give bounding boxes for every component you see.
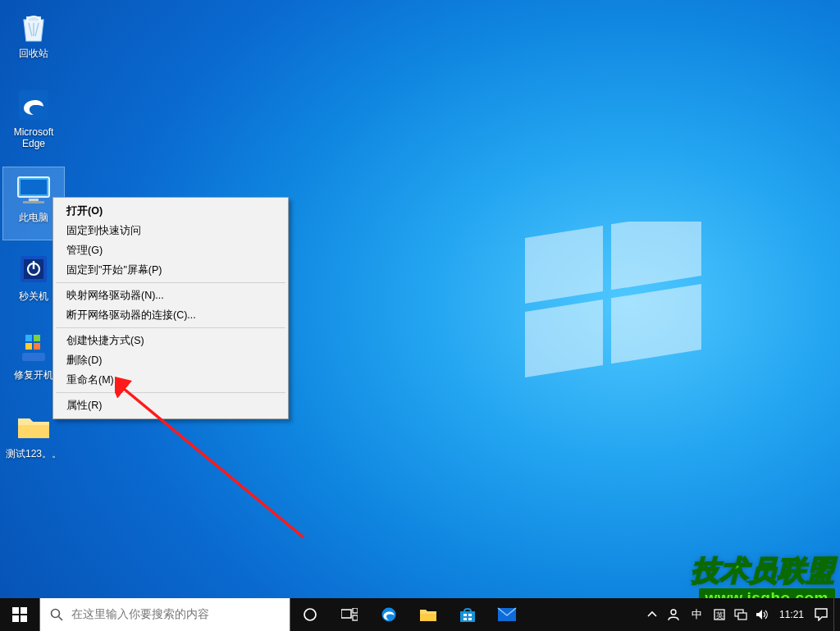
taskbar-search[interactable]: 在这里输入你要搜索的内容: [39, 598, 290, 631]
svg-rect-1: [611, 222, 701, 290]
svg-rect-29: [353, 615, 358, 620]
svg-rect-34: [468, 614, 472, 616]
svg-line-25: [59, 617, 63, 621]
svg-rect-32: [460, 611, 475, 622]
start-button[interactable]: [0, 598, 39, 631]
ctx-separator: [56, 392, 285, 393]
watermark-title: 技术员联盟: [692, 552, 835, 590]
svg-rect-27: [341, 610, 351, 618]
cortana-button[interactable]: [290, 598, 330, 631]
search-placeholder: 在这里输入你要搜索的内容: [71, 607, 290, 622]
tray-action-center-icon[interactable]: [812, 598, 830, 631]
ctx-separator: [56, 327, 285, 328]
svg-rect-20: [12, 607, 19, 614]
this-pc-label: 此电脑: [17, 212, 50, 223]
system-tray: 中 英 11:21: [643, 598, 840, 631]
shutdown-label: 秒关机: [17, 290, 50, 302]
svg-rect-28: [353, 608, 358, 613]
tray-people-icon[interactable]: [664, 598, 682, 631]
taskbar-store-icon[interactable]: [448, 598, 487, 631]
tray-volume-icon[interactable]: [753, 598, 771, 631]
svg-rect-0: [525, 226, 603, 304]
svg-rect-21: [21, 607, 27, 614]
ctx-rename[interactable]: 重命名(M): [55, 370, 286, 390]
ctx-pin-quick-access[interactable]: 固定到快速访问: [55, 221, 286, 240]
svg-rect-17: [34, 343, 40, 350]
desktop[interactable]: 回收站 Microsoft Edge 此电脑: [0, 0, 840, 631]
svg-rect-16: [25, 343, 32, 350]
recycle-bin-label: 回收站: [17, 48, 50, 59]
svg-point-38: [671, 610, 676, 615]
ctx-open[interactable]: 打开(O): [55, 201, 286, 221]
svg-point-26: [304, 609, 316, 620]
svg-rect-22: [12, 615, 19, 622]
ctx-pin-start[interactable]: 固定到"开始"屏幕(P): [55, 260, 286, 280]
context-menu: 打开(O) 固定到快速访问 管理(G) 固定到"开始"屏幕(P) 映射网络驱动器…: [52, 197, 289, 419]
ctx-separator: [56, 282, 285, 283]
svg-rect-15: [34, 335, 40, 341]
repair-label: 修复开机: [12, 369, 55, 381]
tray-network-icon[interactable]: [732, 598, 750, 631]
test-folder-label: 测试123。。: [4, 448, 63, 460]
svg-rect-31: [420, 614, 436, 621]
taskbar: 在这里输入你要搜索的内容: [0, 598, 840, 631]
show-desktop-button[interactable]: [833, 598, 838, 631]
wallpaper-windows-logo: [525, 222, 705, 386]
svg-rect-3: [611, 284, 701, 364]
svg-rect-9: [23, 201, 44, 203]
ctx-properties[interactable]: 属性(R): [55, 396, 286, 415]
edge-browser-icon[interactable]: Microsoft Edge: [3, 82, 64, 161]
svg-rect-33: [463, 614, 467, 616]
svg-rect-14: [25, 335, 32, 341]
task-view-button[interactable]: [330, 598, 369, 631]
taskbar-edge-icon[interactable]: [369, 598, 409, 631]
recycle-bin-icon[interactable]: 回收站: [3, 3, 64, 75]
ctx-manage[interactable]: 管理(G): [55, 240, 286, 260]
edge-label: Microsoft Edge: [3, 126, 64, 149]
taskbar-mail-icon[interactable]: [487, 598, 527, 631]
svg-rect-36: [468, 618, 472, 620]
ctx-create-shortcut[interactable]: 创建快捷方式(S): [55, 331, 286, 350]
tray-overflow-icon[interactable]: [643, 598, 661, 631]
ctx-delete[interactable]: 删除(D): [55, 350, 286, 370]
tray-clock[interactable]: 11:21: [774, 598, 809, 631]
svg-point-24: [52, 610, 60, 618]
tray-ime-indicator[interactable]: 中: [686, 598, 707, 631]
svg-rect-35: [463, 618, 467, 620]
svg-rect-42: [738, 613, 746, 620]
svg-rect-8: [29, 199, 39, 201]
search-icon: [50, 608, 63, 621]
svg-text:英: 英: [716, 611, 724, 620]
tray-ime-mode-icon[interactable]: 英: [710, 598, 728, 631]
svg-rect-13: [33, 261, 34, 269]
taskbar-explorer-icon[interactable]: [409, 598, 448, 631]
svg-rect-23: [21, 615, 27, 622]
svg-rect-2: [525, 299, 603, 377]
ctx-disconnect-network-drive[interactable]: 断开网络驱动器的连接(C)...: [55, 305, 286, 325]
ctx-map-network-drive[interactable]: 映射网络驱动器(N)...: [55, 286, 286, 305]
svg-rect-18: [22, 353, 45, 361]
svg-rect-7: [21, 180, 47, 194]
